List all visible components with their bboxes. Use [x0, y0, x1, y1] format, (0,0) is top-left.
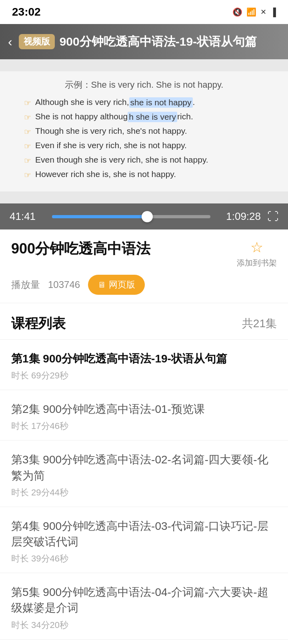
course-title: 900分钟吃透高中语法 — [11, 239, 150, 259]
monitor-icon: 🖥 — [98, 280, 106, 290]
web-version-button[interactable]: 🖥 网页版 — [88, 275, 145, 295]
progress-area: 41:41 1:09:28 ⛶ — [0, 203, 288, 229]
episode-title-1: 第1集 900分钟吃透高中语法-19-状语从句篇 — [11, 351, 277, 366]
course-info: 900分钟吃透高中语法 ☆ 添加到书架 播放量 103746 🖥 网页版 — [0, 229, 288, 303]
status-bar: 23:02 🔇 📶 ✕ ▐ — [0, 0, 288, 24]
episode-item-5[interactable]: 第5集 900分钟吃透高中语法-04-介词篇-六大要诀-超级媒婆是介词 时长 3… — [0, 573, 288, 639]
episode-number-3: 第3集 — [11, 453, 43, 466]
close-icon: ✕ — [260, 8, 266, 16]
bookmark-icon: ☆ — [250, 239, 263, 256]
video-sentence-4: Even if she is very rich, she is not hap… — [24, 141, 264, 151]
episode-number-4: 第4集 — [11, 520, 43, 532]
episode-name-5: 900分钟吃透高中语法-04-介词篇-六大要诀-超级媒婆是介词 — [11, 586, 268, 614]
episode-duration-3: 时长 29分44秒 — [11, 487, 277, 499]
bookmark-label: 添加到书架 — [237, 258, 277, 268]
episode-title-5: 第5集 900分钟吃透高中语法-04-介词篇-六大要诀-超级媒婆是介词 — [11, 584, 277, 616]
progress-fill — [52, 215, 147, 218]
nav-bar: ‹ 视频版 900分钟吃透高中语法-19-状语从句篇 — [0, 24, 288, 59]
course-list-header: 课程列表 共21集 — [0, 303, 288, 340]
episode-item-4[interactable]: 第4集 900分钟吃透高中语法-03-代词篇-口诀巧记-层层突破话代词 时长 3… — [0, 507, 288, 573]
back-button[interactable]: ‹ — [8, 34, 12, 49]
video-sentence-1: Although she is very rich, she is not ha… — [24, 97, 264, 108]
progress-thumb[interactable] — [142, 211, 153, 222]
course-list-count: 共21集 — [242, 316, 277, 331]
episode-name-2: 900分钟吃透高中语法-01-预览课 — [43, 403, 205, 415]
progress-bar[interactable] — [52, 215, 210, 218]
episode-duration-2: 时长 17分46秒 — [11, 420, 277, 432]
episode-duration-4: 时长 39分46秒 — [11, 553, 277, 565]
video-content: 示例：She is very rich. She is not happy. A… — [0, 71, 288, 191]
video-sentence-3: Though she is very rich, she's not happy… — [24, 126, 264, 137]
mute-icon: 🔇 — [232, 7, 242, 17]
episode-number-5: 第5集 — [11, 586, 43, 598]
episode-number-2: 第2集 — [11, 403, 43, 415]
nav-title: 900分钟吃透高中语法-19-状语从句篇 — [60, 34, 280, 50]
battery-icon: ▐ — [270, 8, 276, 17]
video-area[interactable]: 示例：She is very rich. She is not happy. A… — [0, 59, 288, 203]
episode-duration-1: 时长 69分29秒 — [11, 370, 277, 382]
web-version-label: 网页版 — [109, 279, 135, 291]
course-meta-row: 播放量 103746 🖥 网页版 — [11, 275, 277, 295]
episode-title-2: 第2集 900分钟吃透高中语法-01-预览课 — [11, 401, 277, 417]
video-sentence-6: However rich she is, she is not happy. — [24, 169, 264, 180]
episode-title-4: 第4集 900分钟吃透高中语法-03-代词篇-口诀巧记-层层突破话代词 — [11, 518, 277, 549]
main-content: 900分钟吃透高中语法 ☆ 添加到书架 播放量 103746 🖥 网页版 课程列… — [0, 229, 288, 640]
fullscreen-icon[interactable]: ⛶ — [267, 210, 278, 223]
status-icons: 🔇 📶 ✕ ▐ — [232, 7, 276, 17]
video-sentence-5: Even though she is very rich, she is not… — [24, 155, 264, 165]
total-time: 1:09:28 — [217, 210, 261, 223]
episode-name-1: 900分钟吃透高中语法-19-状语从句篇 — [43, 352, 227, 365]
video-badge: 视频版 — [19, 34, 55, 49]
play-count-number: 103746 — [48, 279, 80, 290]
episode-duration-5: 时长 34分20秒 — [11, 619, 277, 631]
video-example: 示例：She is very rich. She is not happy. — [24, 79, 264, 91]
video-sentence-2: She is not happy although she is very ri… — [24, 112, 264, 122]
play-count-label: 播放量 — [11, 278, 40, 291]
episode-item-2[interactable]: 第2集 900分钟吃透高中语法-01-预览课 时长 17分46秒 — [0, 390, 288, 441]
course-title-row: 900分钟吃透高中语法 ☆ 添加到书架 — [11, 239, 277, 268]
episode-number-1: 第1集 — [11, 352, 43, 365]
course-list-title: 课程列表 — [11, 314, 66, 333]
bookmark-area[interactable]: ☆ 添加到书架 — [237, 239, 277, 268]
episode-title-3: 第3集 900分钟吃透高中语法-02-名词篇-四大要领-化繁为简 — [11, 452, 277, 483]
episode-name-3: 900分钟吃透高中语法-02-名词篇-四大要领-化繁为简 — [11, 453, 268, 481]
episode-item-3[interactable]: 第3集 900分钟吃透高中语法-02-名词篇-四大要领-化繁为简 时长 29分4… — [0, 441, 288, 507]
status-time: 23:02 — [12, 6, 41, 18]
current-time: 41:41 — [10, 210, 46, 223]
episode-name-4: 900分钟吃透高中语法-03-代词篇-口诀巧记-层层突破话代词 — [11, 520, 268, 548]
bottom-bar — [0, 640, 288, 644]
wifi-icon: 📶 — [246, 7, 256, 17]
episode-item-1[interactable]: 第1集 900分钟吃透高中语法-19-状语从句篇 时长 69分29秒 — [0, 340, 288, 390]
